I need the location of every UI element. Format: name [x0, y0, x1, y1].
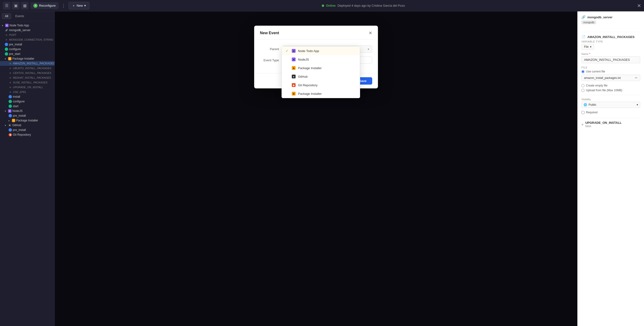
- variable-type-select[interactable]: File ▾: [582, 44, 594, 50]
- event-icon: [5, 43, 8, 46]
- sidebar-item-use-epel[interactable]: ≡ USE_EPEL: [0, 90, 54, 94]
- edit-icon[interactable]: ✏: [635, 76, 638, 80]
- rp-visibility-label: Visibility: [582, 98, 640, 101]
- sidebar-item-configure[interactable]: configure: [0, 47, 54, 52]
- event-type-label: Event Type: [260, 57, 279, 62]
- dropdown-item-node-todo-app[interactable]: ✓ ■ Node Todo App: [282, 47, 360, 55]
- sidebar-item-pre-install-github[interactable]: pre_install: [0, 128, 54, 132]
- reconfigure-label: Reconfigure: [39, 4, 56, 7]
- tab-all[interactable]: All: [2, 13, 11, 19]
- package-icon: ■: [8, 57, 12, 60]
- sidebar-item-start[interactable]: start: [0, 104, 54, 109]
- folder-icon: ■: [5, 24, 8, 27]
- rp-file-edit-row: amazon_install_packages.txt ✏: [582, 75, 640, 81]
- dropdown-item-github[interactable]: ● GitHub: [282, 72, 360, 81]
- rp-file-section: 📄 AMAZON_INSTALL_PACKAGES Variable Type …: [582, 35, 640, 128]
- sidebar-item-amazon-install[interactable]: ≡ AMAZON_INSTALL_PACKAGES: [0, 61, 54, 66]
- rp-variable-type-label: Variable Type: [582, 40, 640, 43]
- dropdown-item-nodejs[interactable]: ■ NodeJS: [282, 55, 360, 64]
- new-plus-icon: ＋: [72, 3, 75, 8]
- sidebar-item-label: PORT: [9, 33, 16, 36]
- sidebar-item-suse-install[interactable]: ≡ SUSE_INSTALL_PACKAGES: [0, 80, 54, 85]
- dropdown-item-package-installer-1[interactable]: ■ Package Installer: [282, 64, 360, 72]
- sidebar-item-github[interactable]: ▾ ● GitHub: [0, 123, 54, 128]
- file-icon: ≡: [8, 71, 12, 75]
- reconfigure-button[interactable]: ⚙ Reconfigure: [30, 2, 58, 9]
- layout-btn-2[interactable]: ▦: [21, 2, 28, 9]
- rp-required-row: Required: [582, 111, 640, 114]
- sidebar-item-redhat-install[interactable]: ≡ REDHAT_INSTALL_PACKAGES: [0, 75, 54, 80]
- sidebar-item-mongodb-conn[interactable]: ≡ MONGODB_CONNECTION_STRING: [0, 37, 54, 42]
- list-icon: ≡: [582, 123, 583, 126]
- rp-visibility-select[interactable]: 🌐 Public ▾: [582, 102, 640, 108]
- use-current-file-radio[interactable]: [582, 70, 584, 73]
- rp-file-name: amazon_install_packages.txt: [584, 76, 634, 80]
- required-label: Required: [586, 111, 598, 114]
- file-icon: ≡: [8, 67, 12, 70]
- chevron-down-icon: ▾: [2, 24, 4, 27]
- file-icon: ≡: [8, 81, 12, 84]
- sidebar-item-ubuntu-install[interactable]: ≡ UBUNTU_INSTALL_PACKAGES: [0, 66, 54, 71]
- sidebar-item-pre-install[interactable]: pre_install: [0, 42, 54, 47]
- dropdown-item-label: GitHub: [298, 75, 308, 78]
- modal-close-button[interactable]: ✕: [369, 30, 372, 36]
- tab-events[interactable]: Events: [12, 13, 27, 19]
- rp-name-field[interactable]: AMAZON_INSTALL_PACKAGES: [582, 56, 640, 63]
- sidebar-item-upgrade-on-install[interactable]: ≡ UPGRADE_ON_INSTALL: [0, 85, 54, 90]
- sidebar-item-label: Node Todo App: [10, 24, 29, 27]
- dropdown-item-label: Package Installer: [298, 66, 322, 70]
- rp-create-empty[interactable]: Create empty file: [582, 84, 640, 87]
- event-icon: [8, 114, 12, 117]
- rp-upload-file[interactable]: Upload from file (Max 10MB): [582, 89, 640, 92]
- sidebar-item-package-installer[interactable]: ▾ ■ Package Installer: [0, 56, 54, 61]
- required-checkbox[interactable]: [582, 111, 584, 114]
- sidebar-item-mongodb-server[interactable]: 🔗 mongodb_server: [0, 28, 54, 32]
- sidebar-toggle-btn[interactable]: ☰: [3, 2, 10, 9]
- sidebar-item-pre-start[interactable]: pre_start: [0, 52, 54, 56]
- git-icon: ◆: [292, 83, 296, 87]
- sidebar-item-port[interactable]: ≡ PORT: [0, 32, 54, 37]
- upload-file-radio[interactable]: [582, 89, 584, 92]
- sidebar-item-label: Package Installer: [12, 57, 34, 60]
- dropdown-item-git-repository[interactable]: ◆ Git Repository: [282, 81, 360, 89]
- file-icon: ≡: [5, 38, 8, 41]
- more-options-icon[interactable]: ⋮: [60, 2, 67, 9]
- dropdown-item-package-installer-2[interactable]: ■ Package Installer: [282, 89, 360, 98]
- content-area: New Event ✕ Parent ■ Node Todo App: [55, 11, 577, 326]
- sidebar-item-configure2[interactable]: configure: [0, 99, 54, 104]
- layout-btn-1[interactable]: ▣: [12, 2, 20, 9]
- new-label: New: [77, 4, 83, 7]
- right-panel: 🔗 mongodb_server mongodb 📄 AMAZON_INSTAL…: [577, 11, 644, 326]
- rp-bottom-item-value: false: [585, 125, 622, 128]
- file-icon: ≡: [5, 33, 8, 37]
- sidebar-item-label: UBUNTU_INSTALL_PACKAGES: [13, 67, 52, 70]
- rp-bottom-item-name: UPGRADE_ON_INSTALL: [585, 121, 622, 125]
- divider: [582, 32, 640, 32]
- sidebar: All Events ▾ ■ Node Todo App 🔗 mongodb_s…: [0, 11, 55, 326]
- sidebar-tree: ▾ ■ Node Todo App 🔗 mongodb_server ≡ POR…: [0, 21, 54, 139]
- new-button[interactable]: ＋ New ▾: [68, 2, 90, 9]
- rp-file-label: File: [582, 66, 640, 69]
- sidebar-item-pkg-installer-nodejs[interactable]: ▸ ■ Package Installer: [0, 118, 54, 123]
- rp-bottom-item: ≡ UPGRADE_ON_INSTALL false: [582, 121, 640, 128]
- rp-file-title: AMAZON_INSTALL_PACKAGES: [587, 35, 634, 39]
- sidebar-item-centos-install[interactable]: ≡ CENTOS_INSTALL_PACKAGES: [0, 71, 54, 75]
- folder-icon: ■: [292, 49, 296, 53]
- package-icon: ■: [292, 66, 296, 70]
- sidebar-item-git-repo[interactable]: ◆ Git Repository: [0, 132, 54, 137]
- event-icon: [8, 100, 12, 103]
- modal-title: New Event: [260, 31, 279, 35]
- visibility-value: Public: [588, 103, 596, 106]
- main-layout: All Events ▾ ■ Node Todo App 🔗 mongodb_s…: [0, 11, 644, 326]
- sidebar-item-pre-install-nodejs[interactable]: pre_install: [0, 113, 54, 118]
- sidebar-item-nodejs[interactable]: ▾ ■ NodeJS: [0, 109, 54, 113]
- create-empty-radio[interactable]: [582, 84, 584, 87]
- sidebar-item-install[interactable]: install: [0, 94, 54, 99]
- sidebar-item-label: pre_install: [9, 43, 22, 46]
- rp-radio-group: Use current file: [582, 70, 640, 73]
- sidebar-item-node-todo-app[interactable]: ▾ ■ Node Todo App: [0, 23, 54, 28]
- link-icon: 🔗: [582, 15, 586, 19]
- topbar-close-button[interactable]: ✕: [637, 3, 641, 8]
- rp-use-current-file[interactable]: Use current file: [582, 70, 640, 73]
- sidebar-item-label: install: [13, 95, 20, 98]
